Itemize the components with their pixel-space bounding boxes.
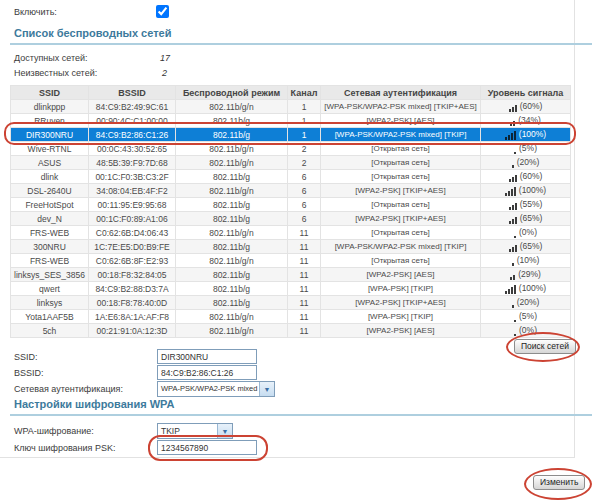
wpa-encryption-select[interactable]: TKIP ▼ xyxy=(157,423,233,439)
network-channel: 11 xyxy=(288,282,321,296)
ssid-input[interactable] xyxy=(157,349,257,364)
network-channel: 11 xyxy=(288,254,321,268)
network-mode: 802.11b/g xyxy=(176,282,288,296)
signal-strength-icon xyxy=(505,187,516,196)
wpa-encryption-label: WPA-шифрование: xyxy=(14,426,94,436)
network-ssid: FreeHotSpot xyxy=(11,198,89,212)
apply-button[interactable]: Изменить xyxy=(533,475,585,490)
network-ssid: DIR300NRU xyxy=(11,128,89,142)
table-row[interactable]: qwert84:C9:B2:88:D3:7A802.11b/g11[WPA-PS… xyxy=(11,282,571,296)
network-mode: 802.11b/g/n xyxy=(176,142,288,156)
chevron-down-icon: ▼ xyxy=(259,382,274,396)
wpa-settings-header: Настройки шифрования WPA xyxy=(10,398,592,416)
signal-percent-label: (5%) xyxy=(519,311,537,321)
table-row[interactable]: Wive-RTNL00:0C:43:30:52:65802.11b/g/n2[О… xyxy=(11,142,571,156)
table-row[interactable]: DIR300NRU84:C9:B2:86:C1:26802.11b/g1[WPA… xyxy=(11,128,571,142)
network-channel: 11 xyxy=(288,296,321,310)
table-row[interactable]: linksys00:18:F8:78:40:0D802.11b/g11[WPA2… xyxy=(11,296,571,310)
signal-strength-icon xyxy=(510,271,515,280)
table-row[interactable]: RRuven00:90:4C:C1:00:00802.11b/g1[WPA2-P… xyxy=(11,114,571,128)
network-signal: (5%) xyxy=(481,310,571,324)
network-ssid: dev_N xyxy=(11,212,89,226)
network-auth: [WPA2-PSK] [TKIP+AES] xyxy=(321,184,481,198)
table-row[interactable]: DSL-2640U34:08:04:EB:4F:F2802.11b/g/n6[W… xyxy=(11,184,571,198)
network-signal: (29%) xyxy=(481,268,571,282)
network-signal: (65%) xyxy=(481,240,571,254)
network-bssid: 00:1C:F0:3B:C3:2F xyxy=(89,170,176,184)
network-bssid: 00:18:F8:78:40:0D xyxy=(89,296,176,310)
enable-label: Включить: xyxy=(14,7,57,17)
table-row[interactable]: 5ch00:21:91:0A:12:3D802.11b/g/n11[WPA2-P… xyxy=(11,324,571,338)
signal-strength-icon xyxy=(509,243,517,252)
network-auth-select[interactable]: WPA-PSK/WPA2-PSK mixed ▼ xyxy=(157,381,275,397)
signal-strength-icon xyxy=(514,145,516,154)
wireless-list-header: Список беспроводных сетей xyxy=(10,27,592,45)
network-mode: 802.11b/g/n xyxy=(176,184,288,198)
table-row[interactable]: FreeHotSpot00:11:95:E9:95:68802.11b/g6[О… xyxy=(11,198,571,212)
table-row[interactable]: FRS-WEBC0:62:6B:8F:E2:93802.11b/g/n11[От… xyxy=(11,254,571,268)
signal-strength-icon xyxy=(509,173,517,182)
network-channel: 6 xyxy=(288,184,321,198)
signal-percent-label: (34%) xyxy=(518,115,541,125)
signal-strength-icon xyxy=(514,229,516,238)
unknown-networks-value: 2 xyxy=(162,68,167,78)
signal-strength-icon xyxy=(512,257,514,266)
network-bssid: 00:18:F8:32:84:05 xyxy=(89,268,176,282)
network-channel: 1 xyxy=(288,100,321,114)
table-row[interactable]: dlinkppp84:C9:B2:49:9C:61802.11b/g/n1[WP… xyxy=(11,100,571,114)
signal-percent-label: (5%) xyxy=(519,143,537,153)
signal-percent-label: (100%) xyxy=(519,283,546,293)
column-header: BSSID xyxy=(89,86,176,100)
network-channel: 11 xyxy=(288,324,321,338)
bssid-input[interactable] xyxy=(157,365,257,380)
wpa-encryption-selected-value: TKIP xyxy=(158,424,217,438)
network-auth: [WPA2-PSK] [AES] xyxy=(321,324,481,338)
network-bssid: C0:62:6B:8F:E2:93 xyxy=(89,254,176,268)
network-bssid: 84:C9:B2:49:9C:61 xyxy=(89,100,176,114)
network-signal: (100%) xyxy=(481,282,571,296)
signal-percent-label: (29%) xyxy=(518,269,541,279)
network-signal: (0%) xyxy=(481,324,571,338)
network-mode: 802.11b/g xyxy=(176,114,288,128)
network-bssid: 1C:7E:E5:D0:B9:FE xyxy=(89,240,176,254)
signal-percent-label: (100%) xyxy=(519,129,546,139)
network-bssid: 00:1C:F0:89:A1:06 xyxy=(89,212,176,226)
search-networks-button[interactable]: Поиск сетей xyxy=(514,339,576,354)
network-channel: 11 xyxy=(288,240,321,254)
panel-right-border xyxy=(574,0,575,457)
signal-percent-label: (60%) xyxy=(520,171,543,181)
network-channel: 11 xyxy=(288,226,321,240)
table-row[interactable]: Yota1AAF5B1A:E6:8A:1A:AF:F8802.11b/g/n11… xyxy=(11,310,571,324)
network-auth-selected-value: WPA-PSK/WPA2-PSK mixed xyxy=(158,382,259,396)
network-mode: 802.11b/g xyxy=(176,268,288,282)
network-ssid: linksys_SES_3856 xyxy=(11,268,89,282)
column-header: Беспроводной режим xyxy=(176,86,288,100)
table-header-row: SSIDBSSIDБеспроводной режимКаналСетевая … xyxy=(11,86,571,100)
network-auth: [WPA-PSK/WPA2-PSK mixed] [TKIP] xyxy=(321,240,481,254)
psk-key-input[interactable] xyxy=(157,440,257,455)
signal-strength-icon xyxy=(512,159,514,168)
network-auth: [Открытая сеть] xyxy=(321,254,481,268)
networks-table: SSIDBSSIDБеспроводной режимКаналСетевая … xyxy=(10,85,571,338)
table-row[interactable]: 300NRU1C:7E:E5:D0:B9:FE802.11b/g11[WPA-P… xyxy=(11,240,571,254)
signal-strength-icon xyxy=(514,313,516,322)
network-bssid: 48:5B:39:F9:7D:68 xyxy=(89,156,176,170)
signal-strength-icon xyxy=(505,285,516,294)
table-row[interactable]: linksys_SES_385600:18:F8:32:84:05802.11b… xyxy=(11,268,571,282)
signal-percent-label: (65%) xyxy=(520,213,543,223)
network-signal: (0%) xyxy=(481,226,571,240)
network-signal: (20%) xyxy=(481,296,571,310)
network-bssid: 00:90:4C:C1:00:00 xyxy=(89,114,176,128)
panel-bottom-border xyxy=(0,457,575,458)
signal-percent-label: (0%) xyxy=(519,227,537,237)
chevron-down-icon: ▼ xyxy=(217,424,232,438)
table-row[interactable]: ASUS48:5B:39:F9:7D:68802.11b/g/n2[Открыт… xyxy=(11,156,571,170)
table-row[interactable]: FRS-WEBC0:62:6B:D4:06:43802.11b/g/n11[От… xyxy=(11,226,571,240)
table-row[interactable]: dev_N00:1C:F0:89:A1:06802.11b/g6[WPA2-PS… xyxy=(11,212,571,226)
network-ssid: FRS-WEB xyxy=(11,226,89,240)
network-ssid: Wive-RTNL xyxy=(11,142,89,156)
network-mode: 802.11b/g xyxy=(176,128,288,142)
table-row[interactable]: dlink00:1C:F0:3B:C3:2F802.11b/g6[Открыта… xyxy=(11,170,571,184)
enable-checkbox[interactable] xyxy=(156,5,169,18)
network-signal: (65%) xyxy=(481,212,571,226)
